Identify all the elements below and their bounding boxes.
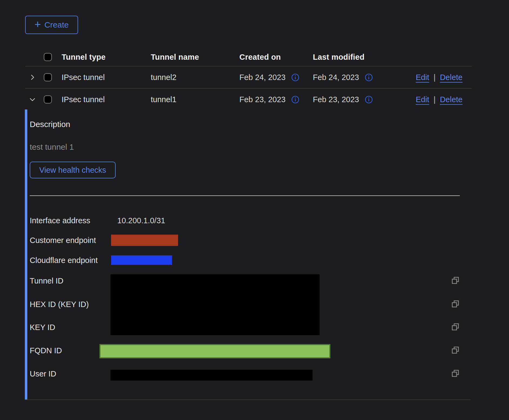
last-modified-value: Feb 24, 2023 [313,73,359,82]
edit-link[interactable]: Edit [416,73,429,82]
action-separator: | [434,95,436,104]
column-header-last-modified: Last modified [313,52,364,61]
table-row: IPsec tunnel tunnel2 Feb 24, 2023 Feb 24… [25,66,471,89]
hex-id-label: HEX ID (KEY ID) [30,299,89,310]
description-value: test tunnel 1 [30,142,74,152]
created-on-info-icon[interactable] [291,73,300,82]
copy-icon [451,323,460,331]
tunnel-type-value: IPsec tunnel [62,95,105,104]
copy-icon [451,346,460,355]
copy-icon [451,369,460,378]
cloudflare-endpoint-redacted-value [111,255,172,265]
user-id-label: User ID [30,368,56,379]
edit-link[interactable]: Edit [416,95,429,104]
fqdn-id-label: FQDN ID [30,345,62,356]
copy-user-id-button[interactable] [451,369,460,378]
delete-link[interactable]: Delete [440,95,463,104]
customer-endpoint-redacted-value [111,235,178,246]
select-all-checkbox[interactable] [44,53,52,61]
create-button[interactable]: + Create [25,16,78,34]
delete-link[interactable]: Delete [440,73,463,82]
key-id-label: KEY ID [30,322,55,333]
expand-row-button[interactable] [29,74,36,81]
copy-hex-id-button[interactable] [451,300,460,309]
collapse-row-button[interactable] [29,96,36,103]
tunnel-name-value: tunnel2 [151,73,176,82]
last-modified-value: Feb 23, 2023 [313,95,359,104]
action-separator: | [434,73,436,82]
created-on-value: Feb 23, 2023 [239,95,286,104]
chevron-down-icon [29,96,36,103]
tunnels-page: + Create Tunnel type Tunnel name Created… [0,0,509,420]
create-button-label: Create [44,20,69,29]
description-label: Description [30,120,70,129]
id-values-redacted-block [110,274,320,335]
copy-icon [451,276,460,285]
tunnel-detail-panel: Description test tunnel 1 View health ch… [25,109,471,400]
last-modified-info-icon[interactable] [364,73,373,82]
table-header-row: Tunnel type Tunnel name Created on Last … [25,48,471,66]
row-checkbox[interactable] [44,95,52,104]
tunnel-name-value: tunnel1 [151,95,176,104]
interface-address-label: Interface address [30,215,90,226]
tunnels-table: Tunnel type Tunnel name Created on Last … [25,48,471,110]
chevron-right-icon [29,74,36,81]
created-on-info-icon[interactable] [291,95,300,104]
customer-endpoint-label: Customer endpoint [30,235,96,246]
tunnel-type-value: IPsec tunnel [62,73,105,82]
copy-key-id-button[interactable] [451,323,460,332]
expanded-row-indicator-bar [25,109,27,399]
column-header-tunnel-name: Tunnel name [151,52,199,61]
created-on-value: Feb 24, 2023 [239,73,286,82]
view-health-checks-button[interactable]: View health checks [30,162,116,178]
fqdn-id-redacted-value [99,344,330,358]
copy-tunnel-id-button[interactable] [451,276,460,285]
table-row: IPsec tunnel tunnel1 Feb 23, 2023 Feb 23… [25,89,471,110]
row-checkbox[interactable] [44,73,52,81]
cloudflare-endpoint-label: Cloudflare endpoint [30,255,98,266]
copy-icon [451,300,460,308]
section-divider [30,195,460,196]
last-modified-info-icon[interactable] [364,95,373,104]
copy-fqdn-id-button[interactable] [451,346,460,355]
column-header-created-on: Created on [239,52,281,61]
interface-address-value: 10.200.1.0/31 [117,215,165,226]
tunnel-id-label: Tunnel ID [30,275,63,286]
user-id-redacted-value [110,370,313,381]
column-header-tunnel-type: Tunnel type [62,52,106,61]
